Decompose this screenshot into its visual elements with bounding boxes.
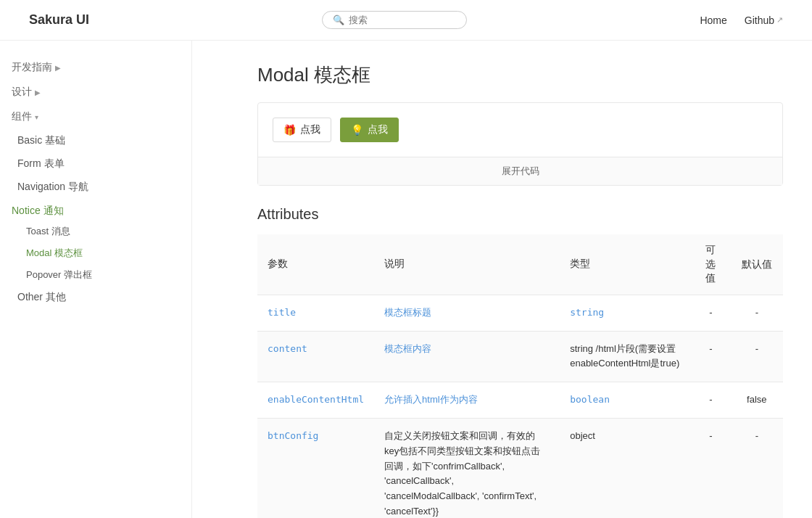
- demo-btn-default[interactable]: 🎁 点我: [273, 118, 331, 142]
- chevron-right-icon: ▶: [55, 64, 61, 72]
- table-row: enableContentHtml 允许插入html作为内容 boolean -…: [257, 382, 783, 419]
- demo-preview: 🎁 点我 💡 点我: [258, 103, 782, 157]
- chevron-right-icon: ▶: [35, 89, 41, 96]
- type-content: string /html片段(需要设置enableContentHtml是tru…: [560, 331, 691, 382]
- sidebar-group-guide[interactable]: 开发指南 ▶: [0, 55, 191, 80]
- type-title: string: [560, 295, 691, 331]
- default-btnConfig: -: [731, 418, 783, 518]
- th-default: 默认值: [731, 234, 783, 295]
- param-content: content: [257, 331, 374, 382]
- table-row: btnConfig 自定义关闭按钮文案和回调，有效的key包括不同类型按钮文案和…: [257, 418, 783, 518]
- desc-content: 模态框内容: [374, 331, 560, 382]
- th-desc: 说明: [374, 234, 560, 295]
- header-nav: Home Github ↗: [700, 15, 783, 26]
- expand-code-button[interactable]: 展开代码: [258, 157, 782, 185]
- sidebar-group-design[interactable]: 设计 ▶: [0, 80, 191, 104]
- th-optional: 可选值: [691, 234, 730, 295]
- search-input[interactable]: [349, 15, 456, 25]
- demo-box: 🎁 点我 💡 点我 展开代码: [257, 102, 783, 186]
- content-area: Modal 模态框 🎁 点我 💡 点我 展开代码: [192, 41, 812, 518]
- table-row: title 模态框标题 string - -: [257, 295, 783, 331]
- bulb-icon: 💡: [351, 124, 363, 136]
- external-link-icon: ↗: [776, 15, 783, 25]
- sidebar-item-notice[interactable]: Notice 通知: [0, 199, 191, 221]
- sidebar-item-form[interactable]: Form 表单: [0, 152, 191, 176]
- sidebar: 开发指南 ▶ 设计 ▶ 组件 ▾ Basic 基础 Form 表单 Naviga…: [0, 41, 192, 518]
- default-title: -: [731, 295, 783, 331]
- table-header-row: 参数 说明 类型 可选值 默认值: [257, 234, 783, 295]
- default-enableContentHtml: false: [731, 382, 783, 419]
- search-box[interactable]: 🔍: [322, 11, 467, 29]
- chevron-down-icon: ▾: [35, 113, 38, 121]
- layout: 开发指南 ▶ 设计 ▶ 组件 ▾ Basic 基础 Form 表单 Naviga…: [0, 41, 812, 518]
- th-param: 参数: [257, 234, 374, 295]
- nav-home[interactable]: Home: [700, 15, 726, 26]
- param-btnConfig: btnConfig: [257, 418, 374, 518]
- sidebar-item-navigation[interactable]: Navigation 导航: [0, 176, 191, 199]
- desc-title: 模态框标题: [374, 295, 560, 331]
- optional-enableContentHtml: -: [691, 382, 730, 419]
- gift-icon: 🎁: [283, 124, 296, 136]
- optional-title: -: [691, 295, 730, 331]
- sidebar-sub-item-modal[interactable]: Modal 模态框: [0, 242, 191, 264]
- th-type: 类型: [560, 234, 691, 295]
- demo-btn-primary[interactable]: 💡 点我: [340, 118, 399, 142]
- search-icon: 🔍: [333, 15, 344, 25]
- logo: Sakura UI: [29, 12, 89, 28]
- sidebar-sub-item-popover[interactable]: Popover 弹出框: [0, 264, 191, 286]
- header: Sakura UI 🔍 Home Github ↗: [0, 0, 812, 41]
- sidebar-sub-item-toast[interactable]: Toast 消息: [0, 221, 191, 242]
- type-btnConfig: object: [560, 418, 691, 518]
- attributes-title: Attributes: [257, 206, 783, 223]
- page-title: Modal 模态框: [257, 62, 783, 88]
- attributes-table: 参数 说明 类型 可选值 默认值 title 模态框标题: [257, 234, 783, 518]
- type-enableContentHtml: boolean: [560, 382, 691, 419]
- sidebar-item-basic[interactable]: Basic 基础: [0, 129, 191, 152]
- param-enableContentHtml: enableContentHtml: [257, 382, 374, 419]
- optional-content: -: [691, 331, 730, 382]
- sidebar-item-other[interactable]: Other 其他: [0, 286, 191, 309]
- optional-btnConfig: -: [691, 418, 730, 518]
- sidebar-group-components[interactable]: 组件 ▾: [0, 104, 191, 129]
- desc-btnConfig: 自定义关闭按钮文案和回调，有效的key包括不同类型按钮文案和按钮点击回调，如下'…: [374, 418, 560, 518]
- table-row: content 模态框内容 string /html片段(需要设置enableC…: [257, 331, 783, 382]
- desc-enableContentHtml: 允许插入html作为内容: [374, 382, 560, 419]
- nav-github[interactable]: Github ↗: [745, 15, 783, 26]
- default-content: -: [731, 331, 783, 382]
- main-content: Modal 模态框 🎁 点我 💡 点我 展开代码: [192, 41, 812, 518]
- param-title: title: [257, 295, 374, 331]
